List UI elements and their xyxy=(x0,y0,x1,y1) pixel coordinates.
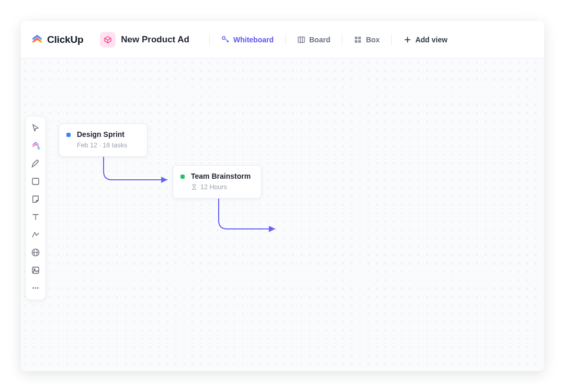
card-team-brainstorm[interactable]: Team Brainstorm 12 Hours xyxy=(173,165,262,199)
card-design-sprint[interactable]: Design Sprint Feb 12 · 18 tasks xyxy=(59,123,148,157)
header: ClickUp New Product Ad Whiteboard xyxy=(21,21,544,59)
tool-text[interactable] xyxy=(27,209,44,225)
tool-image[interactable] xyxy=(27,262,44,279)
svg-point-20 xyxy=(32,287,34,289)
svg-point-0 xyxy=(222,37,225,39)
divider xyxy=(209,34,210,45)
svg-rect-4 xyxy=(355,37,357,39)
tool-shape[interactable] xyxy=(27,173,44,190)
tab-label: Board xyxy=(309,36,330,44)
card-color-dot xyxy=(180,175,185,179)
divider xyxy=(342,34,342,45)
brand[interactable]: ClickUp xyxy=(31,34,83,45)
svg-rect-7 xyxy=(358,40,361,42)
toolbox xyxy=(25,116,46,300)
whiteboard-icon xyxy=(221,36,230,44)
tool-click-item[interactable] xyxy=(27,137,44,154)
tab-whiteboard[interactable]: Whiteboard xyxy=(216,31,279,48)
tool-select[interactable] xyxy=(27,120,44,136)
tab-label: Box xyxy=(366,36,379,44)
svg-rect-1 xyxy=(298,37,304,42)
card-meta: Feb 12 · 18 tasks xyxy=(77,142,127,149)
hourglass-icon xyxy=(191,184,197,190)
svg-rect-12 xyxy=(32,178,39,185)
space-name: New Product Ad xyxy=(121,34,189,45)
tab-label: Whiteboard xyxy=(233,36,274,44)
add-view-label: Add view xyxy=(415,36,447,44)
tool-more[interactable] xyxy=(27,280,44,296)
card-title: Design Sprint xyxy=(77,130,127,139)
nodes-layer: Design Sprint Feb 12 · 18 tasks Team Bra… xyxy=(21,59,544,371)
box-icon xyxy=(354,36,362,44)
tool-pen[interactable] xyxy=(27,155,44,172)
whiteboard-canvas[interactable]: Design Sprint Feb 12 · 18 tasks Team Bra… xyxy=(21,59,544,371)
tool-sticky[interactable] xyxy=(27,191,44,207)
plus-icon xyxy=(403,36,412,44)
svg-point-21 xyxy=(35,287,37,289)
svg-rect-5 xyxy=(358,37,361,39)
card-meta-text: 12 Hours xyxy=(200,183,227,191)
app-frame: ClickUp New Product Ad Whiteboard xyxy=(21,21,544,371)
svg-point-22 xyxy=(37,287,39,289)
tool-connector[interactable] xyxy=(27,226,44,243)
card-color-dot xyxy=(66,133,71,137)
tab-box[interactable]: Box xyxy=(348,31,385,48)
board-icon xyxy=(297,36,306,44)
divider xyxy=(391,34,392,45)
divider xyxy=(285,34,286,45)
space-icon xyxy=(100,32,116,48)
add-view-button[interactable]: Add view xyxy=(398,31,453,48)
view-tabs: Whiteboard Board Box Add v xyxy=(205,31,453,48)
svg-rect-6 xyxy=(355,40,357,42)
card-title: Team Brainstorm xyxy=(191,172,251,180)
tool-web[interactable] xyxy=(27,244,44,261)
card-meta: 12 Hours xyxy=(191,183,251,191)
logo-icon xyxy=(31,34,43,45)
tab-board[interactable]: Board xyxy=(292,31,335,48)
space-title[interactable]: New Product Ad xyxy=(100,32,189,48)
brand-name: ClickUp xyxy=(47,34,83,45)
